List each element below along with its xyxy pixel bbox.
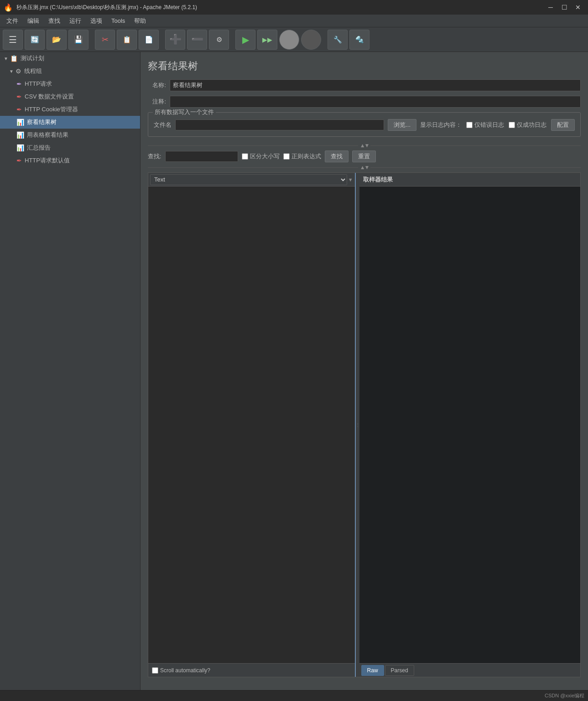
success-only-checkbox[interactable] — [509, 122, 515, 128]
thread-group-icon: ⚙ — [16, 68, 21, 75]
parsed-tab-button[interactable]: Parsed — [385, 665, 414, 676]
sidebar-item-label: 线程组 — [24, 67, 42, 75]
toolbar-clear[interactable]: 🔧 — [328, 30, 348, 50]
menu-bar: 文件 编辑 查找 运行 选项 Tools 帮助 — [0, 15, 588, 27]
toolbar-toggle[interactable]: ⚙ — [209, 30, 229, 50]
sidebar-item-summary[interactable]: 📊 汇总报告 — [0, 141, 140, 154]
errors-only-checkbox[interactable] — [466, 122, 473, 128]
csv-icon: ✒ — [16, 93, 22, 100]
right-pane-bottom: Raw Parsed — [359, 663, 580, 677]
search-button[interactable]: 查找 — [325, 151, 349, 162]
errors-only-label[interactable]: 仅错误日志 — [466, 121, 504, 129]
file-label: 文件名 — [154, 121, 172, 129]
sidebar: ▼ 📋 测试计划 ▼ ⚙ 线程组 ✒ HTTP请求 ✒ CSV 数据文件设置 ✒… — [0, 52, 140, 690]
comment-input[interactable] — [170, 96, 581, 108]
file-group-box: 所有数据写入一个文件 文件名 浏览... 显示日志内容： 仅错误日志 仅成功日志… — [148, 112, 581, 137]
name-input[interactable] — [170, 79, 581, 91]
maximize-button[interactable]: ☐ — [558, 1, 571, 14]
menu-run[interactable]: 运行 — [65, 15, 86, 27]
window-controls: ─ ☐ ✕ — [544, 1, 584, 14]
panel-title: 察看结果树 — [148, 59, 581, 73]
divider-line-right — [370, 145, 581, 146]
left-pane: Text RegExp Tester CSS/JQuery Tester XPa… — [148, 173, 356, 677]
case-sensitive-label[interactable]: 区分大小写 — [242, 152, 280, 161]
view-mode-select[interactable]: Text RegExp Tester CSS/JQuery Tester XPa… — [150, 174, 347, 185]
vertical-resize-handle[interactable]: ⋮ — [356, 173, 359, 677]
test-plan-icon: 📋 — [10, 55, 18, 62]
table-results-icon: 📊 — [16, 131, 24, 139]
comment-label: 注释: — [148, 98, 166, 106]
raw-tab-button[interactable]: Raw — [361, 665, 384, 676]
upper-divider: ▲▼ — [148, 142, 581, 149]
cookie-icon: ✒ — [16, 106, 22, 113]
toolbar: ☰ 🔄 📂 💾 ✂ 📋 📄 ➕ ➖ ⚙ ▶ ▶▶ 🔧 🔩 — [0, 27, 588, 52]
toolbar-shutdown[interactable] — [301, 30, 321, 50]
toolbar-clear-all[interactable]: 🔩 — [349, 30, 369, 50]
menu-options[interactable]: 选项 — [86, 15, 107, 27]
sidebar-item-label: 汇总报告 — [27, 144, 51, 152]
browse-button[interactable]: 浏览... — [388, 119, 416, 131]
group-box-title: 所有数据写入一个文件 — [153, 108, 216, 116]
regex-text: 正则表达式 — [291, 152, 321, 161]
sidebar-item-thread-group[interactable]: ▼ ⚙ 线程组 — [0, 65, 140, 78]
menu-help[interactable]: 帮助 — [130, 15, 151, 27]
http-request-icon: ✒ — [16, 80, 22, 88]
toolbar-add[interactable]: ➕ — [165, 30, 185, 50]
toolbar-cut[interactable]: ✂ — [95, 30, 115, 50]
status-text: CSDN @xxie编程 — [545, 692, 584, 699]
toolbar-open[interactable]: 📂 — [47, 30, 67, 50]
file-input[interactable] — [175, 119, 384, 130]
collapse-arrows2[interactable]: ▲▼ — [360, 164, 369, 171]
toolbar-stop[interactable] — [279, 30, 299, 50]
log-label: 显示日志内容： — [420, 121, 462, 129]
name-label: 名称: — [148, 81, 166, 89]
toolbar-copy[interactable]: 📋 — [117, 30, 137, 50]
sidebar-item-http-request[interactable]: ✒ HTTP请求 — [0, 78, 140, 90]
search-input[interactable] — [165, 151, 238, 162]
tree-arrow: ▼ — [9, 69, 14, 74]
toolbar-start[interactable]: ▶ — [235, 30, 255, 50]
menu-tools[interactable]: Tools — [107, 16, 130, 26]
config-button[interactable]: 配置 — [551, 119, 575, 131]
sidebar-item-http-defaults[interactable]: ✒ HTTP请求默认值 — [0, 154, 140, 167]
sidebar-item-label: HTTP Cookie管理器 — [25, 105, 78, 114]
sidebar-item-http-cookie[interactable]: ✒ HTTP Cookie管理器 — [0, 103, 140, 116]
regex-checkbox[interactable] — [283, 153, 290, 160]
scroll-auto-checkbox[interactable] — [152, 667, 158, 674]
menu-edit[interactable]: 编辑 — [23, 15, 44, 27]
sidebar-item-csv-data[interactable]: ✒ CSV 数据文件设置 — [0, 90, 140, 103]
sidebar-item-label: CSV 数据文件设置 — [25, 93, 74, 101]
search-row: 查找: 区分大小写 正则表达式 查找 重置 — [148, 151, 581, 162]
sidebar-item-table-results[interactable]: 📊 用表格察看结果 — [0, 129, 140, 141]
scroll-auto-label[interactable]: Scroll automatically? — [152, 667, 210, 674]
toolbar-save[interactable]: 💾 — [68, 30, 88, 50]
regex-label[interactable]: 正则表达式 — [283, 152, 321, 161]
minimize-button[interactable]: ─ — [544, 1, 557, 14]
menu-find[interactable]: 查找 — [44, 15, 65, 27]
reset-button[interactable]: 重置 — [352, 151, 376, 162]
sidebar-item-result-tree[interactable]: 📊 察看结果树 — [0, 116, 140, 129]
case-sensitive-checkbox[interactable] — [242, 153, 248, 160]
app-icon: 🔥 — [4, 3, 13, 12]
menu-file[interactable]: 文件 — [2, 15, 23, 27]
name-row: 名称: — [148, 79, 581, 91]
scroll-auto-text: Scroll automatically? — [160, 667, 210, 674]
toolbar-new[interactable]: ☰ — [3, 30, 23, 50]
toolbar-paste[interactable]: 📄 — [139, 30, 159, 50]
sidebar-item-label: HTTP请求默认值 — [25, 156, 70, 165]
close-button[interactable]: ✕ — [572, 1, 584, 14]
sidebar-item-label: 察看结果树 — [27, 118, 57, 126]
toolbar-start-no-pause[interactable]: ▶▶ — [257, 30, 277, 50]
toolbar-remove[interactable]: ➖ — [187, 30, 207, 50]
toolbar-templates[interactable]: 🔄 — [25, 30, 45, 50]
right-pane-title: 取样器结果 — [363, 176, 393, 184]
log-options-row: 显示日志内容： 仅错误日志 仅成功日志 配置 — [420, 119, 575, 131]
file-row: 文件名 浏览... 显示日志内容： 仅错误日志 仅成功日志 配置 — [154, 119, 575, 131]
collapse-arrows[interactable]: ▲▼ — [360, 142, 369, 149]
case-sensitive-text: 区分大小写 — [250, 152, 280, 161]
split-pane: Text RegExp Tester CSS/JQuery Tester XPa… — [148, 172, 581, 677]
lower-divider: ▲▼ — [148, 164, 581, 171]
sidebar-item-test-plan[interactable]: ▼ 📋 测试计划 — [0, 52, 140, 65]
dropdown-arrow-icon: ▼ — [348, 177, 353, 182]
success-only-label[interactable]: 仅成功日志 — [509, 121, 546, 129]
